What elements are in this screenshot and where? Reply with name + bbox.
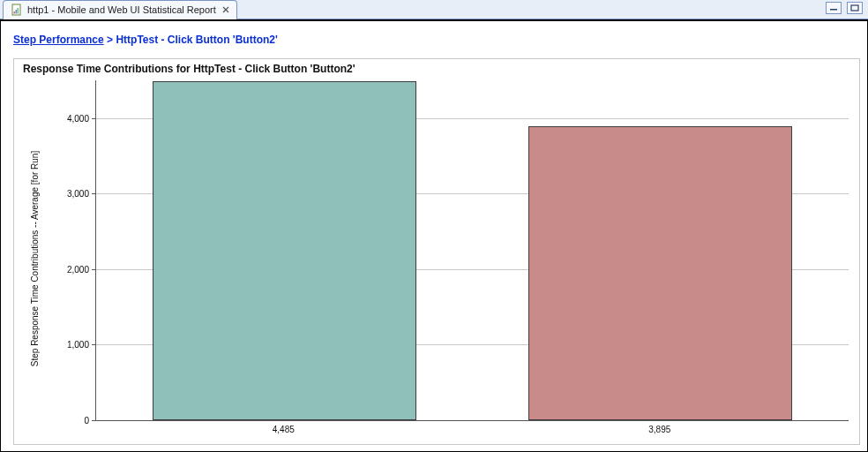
y-axis-label: Step Response Time Contributions -- Aver… <box>30 100 40 418</box>
breadcrumb: Step Performance > HttpTest - Click Butt… <box>13 34 860 46</box>
x-tick-label: 3,895 <box>648 425 670 434</box>
chart-bar <box>528 126 792 420</box>
y-tick-label: 3,000 <box>59 189 89 199</box>
x-axis-labels: 4,4853,895 <box>95 425 849 437</box>
y-tick-label: 1,000 <box>59 340 89 350</box>
close-icon[interactable] <box>221 4 231 15</box>
chart-title: Response Time Contributions for HttpTest… <box>23 63 850 75</box>
svg-rect-2 <box>16 10 18 14</box>
chart-plot: 01,0002,0003,0004,000 <box>95 80 849 421</box>
y-tick <box>92 344 96 345</box>
svg-rect-5 <box>851 5 858 11</box>
y-tick <box>92 193 96 194</box>
breadcrumb-current: HttpTest - Click Button 'Button2' <box>116 34 277 46</box>
window-controls <box>826 2 863 14</box>
chart-bar <box>153 81 416 420</box>
tab-title: http1 - Mobile and Web UI Statistical Re… <box>27 4 216 15</box>
breadcrumb-separator: > <box>104 34 116 46</box>
chart-area: Step Response Time Contributions -- Aver… <box>71 80 849 437</box>
report-file-icon <box>11 4 23 16</box>
y-tick-label: 2,000 <box>59 264 89 274</box>
tab-report[interactable]: http1 - Mobile and Web UI Statistical Re… <box>3 0 237 19</box>
maximize-button[interactable] <box>847 2 863 14</box>
minimize-button[interactable] <box>826 2 842 14</box>
content-panel: Step Performance > HttpTest - Click Butt… <box>0 19 868 452</box>
y-tick-label: 4,000 <box>59 113 89 123</box>
chart-panel: Response Time Contributions for HttpTest… <box>13 58 860 445</box>
y-tick-label: 0 <box>59 416 89 426</box>
x-tick-label: 4,485 <box>273 425 295 434</box>
y-tick <box>92 269 96 270</box>
svg-rect-4 <box>830 9 837 11</box>
svg-rect-3 <box>18 8 19 14</box>
tab-bar: http1 - Mobile and Web UI Statistical Re… <box>0 0 868 19</box>
y-tick <box>92 118 96 119</box>
svg-rect-1 <box>14 11 16 14</box>
breadcrumb-link-step-performance[interactable]: Step Performance <box>13 34 104 46</box>
y-tick <box>92 420 96 421</box>
